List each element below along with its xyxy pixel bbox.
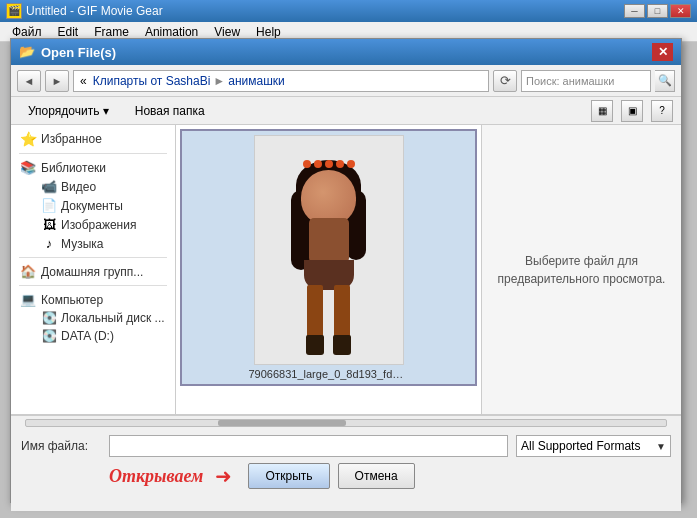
scrollbar-thumb[interactable]	[218, 420, 346, 426]
action-row: Открываем ➜ Открыть Отмена	[21, 463, 671, 489]
libraries-label: Библиотеки	[41, 161, 106, 175]
forward-button[interactable]: ►	[45, 70, 69, 92]
char-head	[301, 170, 356, 225]
search-placeholder: Поиск: анимашки	[526, 75, 614, 87]
file-list[interactable]: 79066831_large_0_8d193_fdb2a...	[176, 125, 481, 414]
open-button[interactable]: Открыть	[248, 463, 329, 489]
images-label: Изображения	[61, 218, 136, 232]
data-drive-icon: 💽	[41, 329, 57, 343]
app-title: Untitled - GIF Movie Gear	[26, 4, 624, 18]
close-app-button[interactable]: ✕	[670, 4, 691, 18]
dropdown-arrow-icon: ▼	[656, 441, 666, 452]
filename-input[interactable]	[109, 435, 508, 457]
path-arrow: ►	[213, 74, 225, 88]
local-disk-icon: 💽	[41, 311, 57, 325]
back-button[interactable]: ◄	[17, 70, 41, 92]
search-box[interactable]: Поиск: анимашки	[521, 70, 651, 92]
character-illustration	[269, 140, 389, 360]
app-title-bar: 🎬 Untitled - GIF Movie Gear ─ □ ✕	[0, 0, 697, 22]
computer-icon: 💻	[19, 292, 37, 307]
char-boot-left	[306, 335, 324, 355]
favorites-section: ⭐ Избранное	[11, 129, 175, 149]
crown-flower-3	[325, 160, 333, 168]
favorites-group[interactable]: ⭐ Избранное	[11, 129, 175, 149]
computer-section: 💻 Компьютер 💽 Локальный диск ... 💽 DATA …	[11, 290, 175, 345]
window-controls: ─ □ ✕	[624, 4, 691, 18]
homegroup-icon: 🏠	[19, 264, 37, 279]
organize-button[interactable]: Упорядочить ▾	[19, 100, 118, 122]
nav-item-local-disk[interactable]: 💽 Локальный диск ...	[11, 309, 175, 327]
char-leg-left	[307, 285, 323, 340]
preview-panel: Выберите файл для предварительного просм…	[481, 125, 681, 414]
nav-item-video[interactable]: 📹 Видео	[11, 177, 175, 196]
computer-label: Компьютер	[41, 293, 103, 307]
new-folder-button[interactable]: Новая папка	[126, 100, 214, 122]
view-help-button[interactable]: ?	[651, 100, 673, 122]
view-list-button[interactable]: ▣	[621, 100, 643, 122]
preview-text: Выберите файл для предварительного просм…	[492, 252, 671, 288]
horizontal-scrollbar[interactable]	[11, 415, 681, 429]
path-segment-1[interactable]: Клипарты от SashaBi	[93, 74, 211, 88]
documents-label: Документы	[61, 199, 123, 213]
file-item[interactable]: 79066831_large_0_8d193_fdb2a...	[180, 129, 477, 386]
crown-flower-5	[347, 160, 355, 168]
bottom-bar: Имя файла: All Supported Formats ▼ Откры…	[11, 429, 681, 511]
main-content: ⭐ Избранное 📚 Библиотеки 📹 Видео 📄 Докум…	[11, 125, 681, 415]
open-files-dialog: 📂 Open File(s) ✕ ◄ ► « Клипарты от Sasha…	[10, 38, 682, 503]
music-icon: ♪	[41, 236, 57, 251]
libraries-group[interactable]: 📚 Библиотеки	[11, 158, 175, 177]
homegroup-section: 🏠 Домашняя групп...	[11, 262, 175, 281]
filename-label: Имя файла:	[21, 439, 101, 453]
file-thumbnail	[254, 135, 404, 365]
path-prefix: «	[80, 74, 87, 88]
nav-item-images[interactable]: 🖼 Изображения	[11, 215, 175, 234]
search-button[interactable]: 🔍	[655, 70, 675, 92]
data-drive-label: DATA (D:)	[61, 329, 114, 343]
view-thumbnails-button[interactable]: ▦	[591, 100, 613, 122]
char-leg-right	[334, 285, 350, 340]
separator-1	[19, 153, 167, 154]
nav-item-data-drive[interactable]: 💽 DATA (D:)	[11, 327, 175, 345]
crown-flower-4	[336, 160, 344, 168]
computer-group[interactable]: 💻 Компьютер	[11, 290, 175, 309]
dialog-title-bar: 📂 Open File(s) ✕	[11, 39, 681, 65]
crown-flower-1	[303, 160, 311, 168]
local-disk-label: Локальный диск ...	[61, 311, 165, 325]
separator-2	[19, 257, 167, 258]
favorites-label: Избранное	[41, 132, 102, 146]
navigation-panel: ⭐ Избранное 📚 Библиотеки 📹 Видео 📄 Докум…	[11, 125, 176, 414]
separator-3	[19, 285, 167, 286]
cancel-button[interactable]: Отмена	[338, 463, 415, 489]
nav-item-music[interactable]: ♪ Музыка	[11, 234, 175, 253]
file-toolbar: Упорядочить ▾ Новая папка ▦ ▣ ?	[11, 97, 681, 125]
format-dropdown[interactable]: All Supported Formats ▼	[516, 435, 671, 457]
crown-flower-2	[314, 160, 322, 168]
scrollbar-track[interactable]	[25, 419, 667, 427]
char-boot-right	[333, 335, 351, 355]
maximize-button[interactable]: □	[647, 4, 668, 18]
libraries-section: 📚 Библиотеки 📹 Видео 📄 Документы 🖼 Изобр…	[11, 158, 175, 253]
dialog-icon: 📂	[19, 44, 35, 60]
images-icon: 🖼	[41, 217, 57, 232]
path-segment-2[interactable]: анимашки	[228, 74, 285, 88]
homegroup-label: Домашняя групп...	[41, 265, 143, 279]
format-label: All Supported Formats	[521, 439, 640, 453]
music-label: Музыка	[61, 237, 103, 251]
address-path[interactable]: « Клипарты от SashaBi ► анимашки	[73, 70, 489, 92]
file-name: 79066831_large_0_8d193_fdb2a...	[249, 368, 409, 380]
documents-icon: 📄	[41, 198, 57, 213]
video-icon: 📹	[41, 179, 57, 194]
arrow-icon: ➜	[215, 464, 232, 488]
refresh-button[interactable]: ⟳	[493, 70, 517, 92]
minimize-button[interactable]: ─	[624, 4, 645, 18]
video-label: Видео	[61, 180, 96, 194]
address-bar: ◄ ► « Клипарты от SashaBi ► анимашки ⟳ П…	[11, 65, 681, 97]
nav-item-documents[interactable]: 📄 Документы	[11, 196, 175, 215]
organize-label: Упорядочить ▾	[28, 104, 109, 118]
favorites-icon: ⭐	[19, 131, 37, 147]
app-icon: 🎬	[6, 3, 22, 19]
cyrillic-annotation: Открываем	[109, 466, 203, 487]
homegroup-group[interactable]: 🏠 Домашняя групп...	[11, 262, 175, 281]
dialog-close-button[interactable]: ✕	[652, 43, 673, 61]
filename-row: Имя файла: All Supported Formats ▼	[21, 435, 671, 457]
